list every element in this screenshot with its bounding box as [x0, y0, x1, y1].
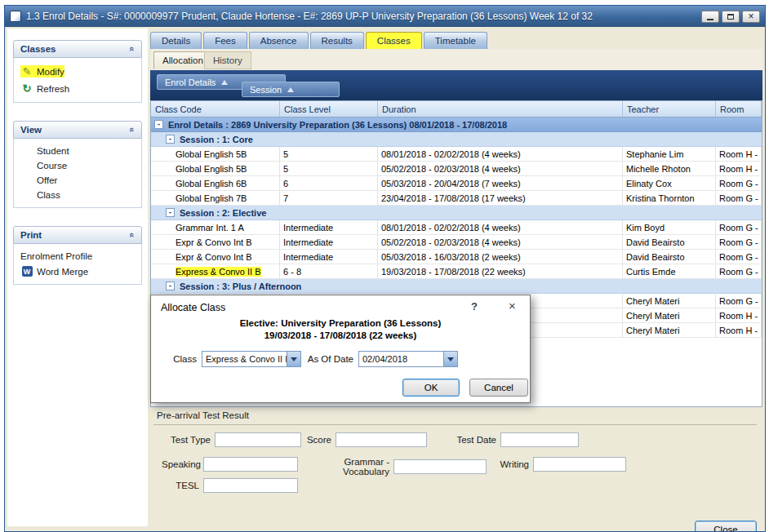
cell-teacher: David Beairsto	[623, 235, 716, 249]
tesl-field[interactable]	[203, 478, 298, 493]
dialog-close-button[interactable]: ×	[509, 299, 516, 313]
cell-room: Room G -	[716, 176, 762, 190]
as-of-date-combobox[interactable]: 02/04/2018	[358, 351, 458, 367]
table-row[interactable]: Grammar Int. 1 A Intermediate 08/01/2018…	[151, 220, 762, 235]
allocate-class-dialog: Allocate Class ? × Elective: University …	[150, 295, 531, 403]
group-row-session-2[interactable]: - Session : 2: Elective	[151, 206, 762, 220]
minimize-button[interactable]	[701, 11, 719, 23]
sidebar-item-label: Refresh	[37, 84, 69, 94]
sidebar-item-class[interactable]: Class	[16, 188, 140, 202]
prearrival-title: Pre-arrival Test Result	[157, 410, 249, 420]
dialog-heading-line2: 19/03/2018 - 17/08/2018 (22 weeks)	[151, 330, 530, 342]
cell-room: Room H -	[716, 147, 762, 161]
tesl-label: TESL	[162, 481, 199, 490]
sidebar-item-student[interactable]: Student	[16, 144, 140, 158]
panel-view-title: View	[20, 125, 42, 135]
help-button[interactable]: ?	[471, 300, 478, 313]
sidebar-item-word-merge[interactable]: W Word Merge	[16, 264, 140, 279]
test-date-field[interactable]	[500, 432, 579, 447]
table-row[interactable]: Global English 5B 5 05/02/2018 - 02/03/2…	[151, 162, 762, 176]
collapse-chevron-icon[interactable]: «	[127, 127, 137, 132]
group-row-session-1[interactable]: - Session : 1: Core	[151, 132, 762, 147]
cell-class-code: Grammar Int. 1 A	[151, 220, 280, 234]
cell-class-level: Intermediate	[280, 250, 378, 264]
column-header-class-level[interactable]: Class Level	[280, 101, 378, 117]
writing-field[interactable]	[533, 457, 626, 472]
tab-timetable[interactable]: Timetable	[424, 32, 487, 49]
column-header-class-code[interactable]: Class Code	[151, 101, 280, 117]
restore-icon	[727, 14, 734, 20]
cell-class-level: 5	[280, 147, 378, 161]
sidebar-item-refresh[interactable]: ↻ Refresh	[16, 80, 140, 97]
collapse-icon[interactable]: -	[166, 208, 175, 217]
table-row[interactable]: Global English 5B 5 08/01/2018 - 02/02/2…	[151, 147, 762, 162]
column-header-duration[interactable]: Duration	[378, 101, 623, 117]
chevron-down-icon[interactable]	[287, 352, 300, 366]
sidebar-item-label: Class	[37, 190, 60, 200]
column-header-room[interactable]: Room	[716, 101, 762, 117]
test-type-field[interactable]	[215, 432, 301, 447]
tab-fees[interactable]: Fees	[203, 32, 247, 49]
subtab-history[interactable]: History	[204, 51, 251, 69]
cell-teacher: Kim Boyd	[623, 220, 716, 234]
collapse-chevron-icon[interactable]: «	[127, 233, 137, 237]
class-combobox[interactable]: Express & Convo II B	[202, 351, 301, 367]
chevron-down-icon[interactable]	[443, 352, 457, 366]
column-header-teacher[interactable]: Teacher	[623, 101, 716, 117]
window-title: 1.3 Enrol Details - S#: 0000009977 Prude…	[26, 11, 593, 22]
restore-button[interactable]	[722, 11, 740, 23]
window-controls: ×	[701, 11, 760, 23]
cell-room: Room G -	[716, 294, 762, 308]
group-row-session-3[interactable]: - Session : 3: Plus / Afternoon	[151, 279, 762, 294]
sort-ascending-icon	[221, 80, 228, 85]
sidebar-item-offer[interactable]: Offer	[16, 173, 140, 188]
close-button[interactable]: Close	[695, 521, 757, 532]
sidebar-item-enrolment-profile[interactable]: Enrolment Profile	[16, 249, 140, 264]
cell-teacher: Curtis Emde	[623, 264, 716, 278]
dialog-heading-line1: Elective: University Preparation (36 Les…	[151, 317, 530, 330]
group-chip-session[interactable]: Session	[242, 82, 340, 97]
cell-duration: 19/03/2018 - 17/08/2018 (22 weeks)	[378, 264, 623, 278]
grammar-vocabulary-field[interactable]	[393, 459, 487, 474]
group-row-label: Session : 2: Elective	[180, 208, 266, 218]
score-field[interactable]	[336, 432, 427, 447]
sort-ascending-icon	[287, 87, 294, 92]
table-row[interactable]: Expr & Convo Int B Intermediate 05/03/20…	[151, 250, 762, 264]
panel-classes-header[interactable]: Classes «	[13, 40, 142, 58]
speaking-field[interactable]	[203, 457, 298, 472]
table-row[interactable]: Expr & Convo Int B Intermediate 05/02/20…	[151, 235, 762, 250]
tab-classes[interactable]: Classes	[366, 32, 422, 49]
sidebar-item-modify[interactable]: ✎ Modify	[16, 63, 140, 80]
cell-teacher: Michelle Rhoton	[623, 162, 716, 175]
collapse-icon[interactable]: -	[166, 282, 175, 290]
table-row[interactable]: Global English 6B 6 05/03/2018 - 20/04/2…	[151, 176, 762, 191]
prearrival-section: Pre-arrival Test Result Test Type Score …	[153, 410, 757, 513]
group-row-enrol-details[interactable]: - Enrol Details : 2869 University Prepar…	[151, 117, 762, 132]
sidebar-item-label: Offer	[37, 175, 57, 185]
ok-button[interactable]: OK	[402, 379, 460, 397]
cell-duration: 08/01/2018 - 02/02/2018 (4 weeks)	[378, 147, 623, 161]
panel-print-header[interactable]: Print «	[13, 226, 142, 244]
subtab-strip: Allocation History	[150, 49, 762, 70]
table-row-highlighted[interactable]: Express & Convo II B 6 - 8 19/03/2018 - …	[151, 264, 762, 279]
cancel-button[interactable]: Cancel	[469, 379, 528, 397]
cell-room: Room H -	[716, 323, 762, 337]
cell-teacher: Cheryl Materi	[623, 323, 716, 337]
panel-classes-title: Classes	[20, 44, 56, 54]
tab-absence[interactable]: Absence	[249, 32, 309, 49]
close-window-button[interactable]: ×	[742, 11, 760, 23]
dialog-controls: Class Express & Convo II B As Of Date 02…	[151, 351, 530, 369]
group-row-label: Enrol Details : 2869 University Preparat…	[168, 120, 507, 130]
panel-view-header[interactable]: View «	[13, 121, 142, 139]
cell-class-code: Express & Convo II B	[151, 264, 280, 278]
tab-details[interactable]: Details	[150, 32, 202, 49]
collapse-chevron-icon[interactable]: «	[127, 47, 137, 51]
cell-class-level: Intermediate	[280, 220, 378, 234]
panel-print-body: Enrolment Profile W Word Merge	[13, 244, 142, 285]
collapse-icon[interactable]: -	[154, 120, 163, 129]
class-label: Class	[167, 354, 197, 364]
collapse-icon[interactable]: -	[166, 135, 175, 144]
sidebar-item-course[interactable]: Course	[16, 158, 140, 173]
table-row[interactable]: Global English 7B 7 23/04/2018 - 17/08/2…	[151, 191, 762, 206]
tab-results[interactable]: Results	[310, 32, 364, 49]
